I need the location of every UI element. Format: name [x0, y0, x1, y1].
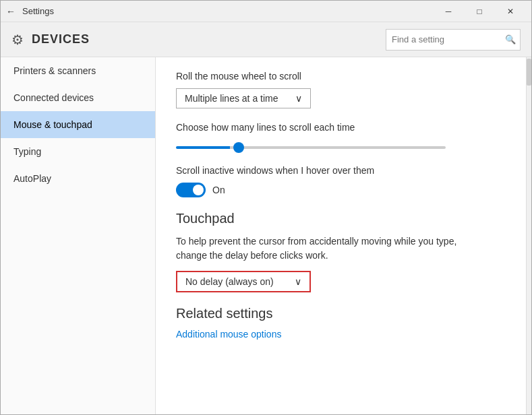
scroll-dropdown-arrow: ∨	[295, 93, 302, 104]
back-button[interactable]: ←	[6, 6, 16, 17]
search-icon: 🔍	[505, 34, 516, 44]
lines-scroll-section: Choose how many lines to scroll each tim…	[176, 122, 506, 152]
touchpad-heading: Touchpad	[176, 211, 506, 226]
maximize-button[interactable]: □	[464, 1, 495, 22]
related-settings-section: Related settings Additional mouse option…	[176, 306, 506, 340]
main-panel: Roll the mouse wheel to scroll Multiple …	[156, 57, 526, 414]
sidebar-item-typing[interactable]: Typing	[1, 138, 155, 165]
toggle-state-label: On	[212, 185, 225, 195]
related-heading: Related settings	[176, 306, 506, 321]
toggle-row: On	[176, 183, 506, 197]
sidebar-item-label: Typing	[13, 146, 41, 157]
search-input[interactable]	[392, 34, 505, 44]
sidebar-item-label: Mouse & touchpad	[13, 119, 92, 130]
inactive-scroll-section: Scroll inactive windows when I hover ove…	[176, 165, 506, 197]
sidebar-item-label: Printers & scanners	[13, 65, 96, 76]
touchpad-dropdown[interactable]: No delay (always on) ∨	[176, 271, 311, 292]
sidebar-item-label: Connected devices	[13, 92, 94, 103]
additional-mouse-options-link[interactable]: Additional mouse options	[176, 329, 281, 340]
touchpad-section: Touchpad To help prevent the cursor from…	[176, 211, 506, 292]
sidebar-item-connected[interactable]: Connected devices	[1, 84, 155, 111]
inactive-scroll-label: Scroll inactive windows when I hover ove…	[176, 165, 506, 176]
header-row: ⚙ DEVICES 🔍	[1, 22, 531, 57]
touchpad-description: To help prevent the cursor from accident…	[176, 234, 466, 263]
titlebar-controls: ─ □ ✕	[433, 1, 526, 22]
sidebar-item-autoplay[interactable]: AutoPlay	[1, 165, 155, 192]
scrollbar-track[interactable]	[526, 57, 531, 414]
search-box[interactable]: 🔍	[386, 29, 521, 51]
scroll-dropdown-value: Multiple lines at a time	[185, 93, 278, 104]
settings-window: ← Settings ─ □ ✕ ⚙ DEVICES 🔍 Printers & …	[0, 0, 532, 415]
back-icon: ←	[6, 6, 16, 17]
touchpad-dropdown-arrow: ∨	[295, 276, 301, 287]
minimize-button[interactable]: ─	[433, 1, 464, 22]
close-button[interactable]: ✕	[495, 1, 526, 22]
titlebar-title: Settings	[22, 6, 433, 16]
lines-scroll-label: Choose how many lines to scroll each tim…	[176, 122, 506, 133]
sidebar-item-label: AutoPlay	[13, 173, 51, 184]
scroll-dropdown[interactable]: Multiple lines at a time ∨	[176, 88, 311, 108]
sidebar: Printers & scanners Connected devices Mo…	[1, 57, 156, 414]
titlebar: ← Settings ─ □ ✕	[1, 1, 531, 22]
devices-icon: ⚙	[11, 32, 24, 48]
content-area: Printers & scanners Connected devices Mo…	[1, 57, 531, 414]
scroll-wheel-section: Roll the mouse wheel to scroll Multiple …	[176, 71, 506, 108]
scroll-wheel-label: Roll the mouse wheel to scroll	[176, 71, 506, 82]
touchpad-dropdown-value: No delay (always on)	[185, 276, 274, 287]
inactive-scroll-toggle[interactable]	[176, 183, 206, 197]
sidebar-item-printers[interactable]: Printers & scanners	[1, 57, 155, 84]
scrollbar-thumb[interactable]	[527, 59, 531, 86]
page-title: DEVICES	[32, 32, 386, 46]
sidebar-item-mouse[interactable]: Mouse & touchpad	[1, 111, 155, 138]
lines-slider-container	[176, 139, 506, 152]
lines-slider[interactable]	[176, 146, 446, 149]
